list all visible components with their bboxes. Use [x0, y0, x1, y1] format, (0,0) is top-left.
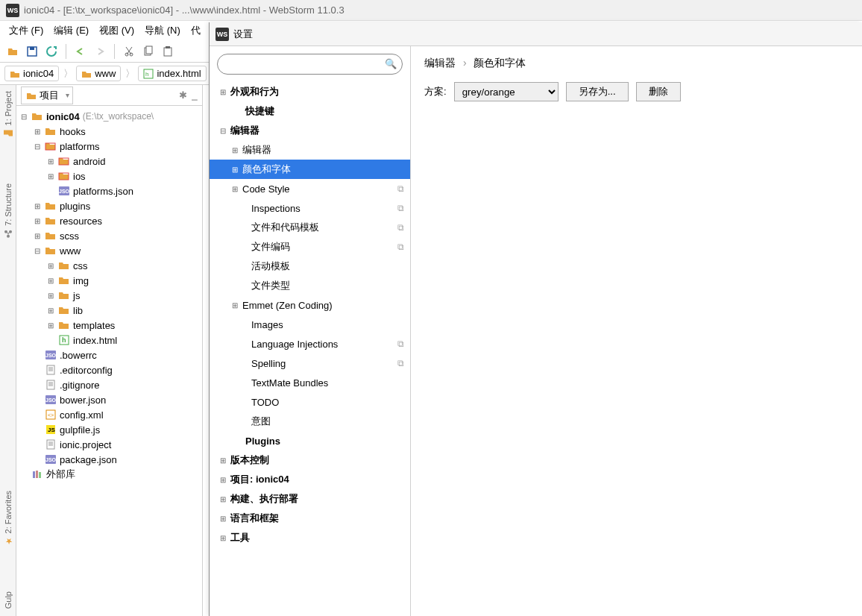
tree-toggle-icon[interactable]: ⊞: [46, 321, 55, 330]
tree-node[interactable]: JSON.bowerrc: [16, 348, 202, 362]
tree-toggle-icon[interactable]: ⊞: [230, 166, 239, 174]
tree-toggle-icon[interactable]: ⊞: [46, 292, 55, 300]
settings-tree-node[interactable]: ⊞项目: ionic04: [210, 470, 410, 489]
tree-toggle-icon[interactable]: ⊟: [33, 142, 42, 151]
settings-tree-node[interactable]: ⊞颜色和字体: [210, 160, 410, 179]
settings-tree-node[interactable]: 快捷键: [210, 101, 410, 121]
project-view-dropdown[interactable]: 项目: [21, 87, 73, 104]
tree-node[interactable]: JSONbower.json: [16, 392, 202, 407]
undo-icon[interactable]: [72, 43, 89, 60]
tree-toggle-icon[interactable]: ⊞: [33, 217, 42, 225]
settings-tree-node[interactable]: ⊞Emmet (Zen Coding): [210, 295, 410, 315]
delete-button[interactable]: 删除: [636, 82, 681, 101]
tree-node[interactable]: .editorconfig: [16, 362, 202, 377]
settings-tree-node[interactable]: 文件编码⧉: [210, 237, 410, 257]
tree-node[interactable]: ⊞hooks: [16, 124, 202, 139]
sync-icon[interactable]: [43, 43, 60, 60]
tree-node[interactable]: ⊞templates: [16, 318, 202, 333]
project-tree[interactable]: ⊟ionic04(E:\tx_workspace\⊞hooks⊟platform…: [16, 106, 202, 616]
settings-tree-node[interactable]: ⊞语言和框架: [210, 509, 410, 528]
breadcrumb-item[interactable]: ionic04: [4, 66, 59, 81]
gear-icon[interactable]: ✱: [179, 89, 187, 101]
tree-node[interactable]: <>config.xml: [16, 407, 202, 422]
settings-tree-node[interactable]: 意图: [210, 412, 410, 431]
tree-toggle-icon[interactable]: ⊞: [46, 262, 55, 270]
settings-tree-node[interactable]: ⊞构建、执行部署: [210, 489, 410, 509]
paste-icon[interactable]: [160, 43, 176, 60]
tree-node[interactable]: ⊞resources: [16, 213, 202, 228]
tree-toggle-icon[interactable]: ⊞: [218, 88, 227, 96]
tree-node[interactable]: ⊞scss: [16, 228, 202, 243]
tree-node[interactable]: hindex.html: [16, 333, 202, 348]
save-icon[interactable]: [24, 43, 40, 60]
tree-node[interactable]: ⊞android: [16, 154, 202, 169]
tree-toggle-icon[interactable]: ⊞: [230, 146, 239, 154]
settings-tree-node[interactable]: Inspections⧉: [210, 198, 410, 218]
menu-view[interactable]: 视图 (V): [96, 22, 137, 39]
tree-toggle-icon[interactable]: ⊟: [218, 127, 227, 135]
tree-node[interactable]: ⊞js: [16, 288, 202, 303]
settings-search-input[interactable]: [217, 54, 403, 75]
settings-tree-node[interactable]: 活动模板: [210, 257, 410, 276]
settings-tree-node[interactable]: ⊞外观和行为: [210, 82, 410, 101]
settings-tree-node[interactable]: ⊟编辑器: [210, 121, 410, 140]
tree-toggle-icon[interactable]: ⊞: [218, 476, 227, 484]
tree-toggle-icon[interactable]: ⊞: [230, 185, 239, 193]
tree-node[interactable]: 外部库: [16, 467, 202, 482]
rail-project[interactable]: 1: Project: [3, 91, 13, 139]
settings-tree-node[interactable]: TODO: [210, 392, 410, 412]
tree-toggle-icon[interactable]: ⊞: [218, 515, 227, 523]
settings-tree-node[interactable]: Plugins: [210, 431, 410, 450]
menu-more[interactable]: 代: [188, 22, 204, 39]
tree-toggle-icon[interactable]: ⊞: [33, 232, 42, 240]
tree-node[interactable]: ⊞lib: [16, 303, 202, 318]
tree-node[interactable]: ⊟platforms: [16, 139, 202, 154]
settings-tree-node[interactable]: ⊞工具: [210, 528, 410, 547]
tree-node[interactable]: JSONpackage.json: [16, 452, 202, 467]
tree-node[interactable]: ⊟www: [16, 243, 202, 258]
settings-tree-node[interactable]: ⊞编辑器: [210, 140, 410, 160]
menu-navigate[interactable]: 导航 (N): [142, 22, 183, 39]
cut-icon[interactable]: [121, 43, 137, 60]
settings-tree-node[interactable]: Images: [210, 315, 410, 334]
settings-tree-node[interactable]: ⊞Code Style⧉: [210, 179, 410, 198]
rail-structure[interactable]: 7: Structure: [3, 183, 13, 239]
tree-toggle-icon[interactable]: ⊞: [218, 495, 227, 503]
tree-toggle-icon[interactable]: ⊟: [33, 247, 42, 255]
tree-toggle-icon[interactable]: ⊞: [33, 128, 42, 136]
open-icon[interactable]: [4, 43, 21, 60]
tree-node[interactable]: ⊞img: [16, 273, 202, 288]
settings-tree-node[interactable]: 文件类型: [210, 276, 410, 295]
settings-tree-node[interactable]: ⊞版本控制: [210, 450, 410, 470]
tree-toggle-icon[interactable]: ⊞: [46, 277, 55, 285]
tree-toggle-icon[interactable]: ⊞: [230, 301, 239, 309]
menu-file[interactable]: 文件 (F): [6, 22, 46, 39]
tree-toggle-icon[interactable]: ⊞: [46, 157, 55, 166]
copy-icon[interactable]: [140, 43, 157, 60]
settings-tree-node[interactable]: Spelling⧉: [210, 353, 410, 373]
save-as-button[interactable]: 另存为...: [566, 82, 629, 101]
rail-gulp[interactable]: Gulp: [4, 591, 13, 609]
tree-node[interactable]: ⊞plugins: [16, 198, 202, 213]
menu-edit[interactable]: 编辑 (E): [51, 22, 92, 39]
rail-favorites[interactable]: ★ 2: Favorites: [3, 491, 13, 546]
tree-toggle-icon[interactable]: ⊞: [46, 307, 55, 315]
collapse-icon[interactable]: ⎯: [192, 89, 198, 101]
tree-node[interactable]: JSgulpfile.js: [16, 422, 202, 437]
tree-toggle-icon[interactable]: ⊟: [19, 113, 28, 121]
tree-toggle-icon[interactable]: ⊞: [33, 202, 42, 210]
tree-node[interactable]: ⊞css: [16, 258, 202, 273]
settings-tree-node[interactable]: Language Injections⧉: [210, 334, 410, 353]
settings-tree-node[interactable]: TextMate Bundles: [210, 373, 410, 392]
scheme-select[interactable]: grey/orange: [454, 82, 559, 101]
tree-toggle-icon[interactable]: ⊞: [218, 456, 227, 465]
tree-node[interactable]: .gitignore: [16, 377, 202, 392]
settings-tree-node[interactable]: 文件和代码模板⧉: [210, 218, 410, 237]
tree-node[interactable]: ionic.project: [16, 437, 202, 452]
tree-toggle-icon[interactable]: ⊞: [218, 534, 227, 542]
tree-node[interactable]: JSONplatforms.json: [16, 183, 202, 198]
tree-node[interactable]: ⊞ios: [16, 169, 202, 183]
settings-tree[interactable]: ⊞外观和行为快捷键⊟编辑器⊞编辑器⊞颜色和字体⊞Code Style⧉Inspe…: [210, 82, 410, 616]
tree-node[interactable]: ⊟ionic04(E:\tx_workspace\: [16, 109, 202, 124]
redo-icon[interactable]: [92, 43, 108, 60]
